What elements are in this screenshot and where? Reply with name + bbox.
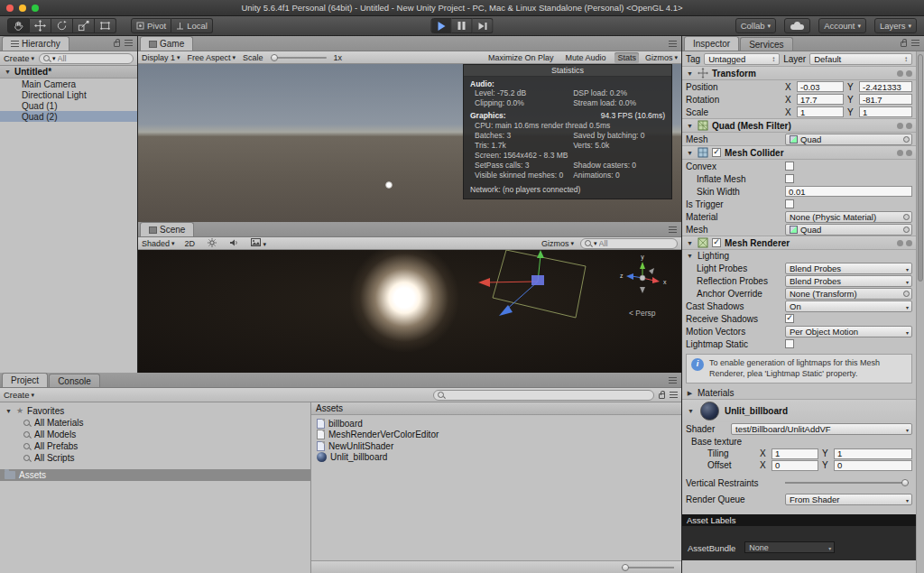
- render-queue-dropdown[interactable]: From Shader ▾: [785, 494, 912, 505]
- mesh-renderer-header[interactable]: ▼ ✓ Mesh Renderer: [682, 236, 916, 250]
- asset-unlit-billboard[interactable]: Unlit_billboard: [311, 452, 681, 464]
- hierarchy-create-button[interactable]: Create ▾: [4, 53, 34, 63]
- motion-vectors-dropdown[interactable]: Per Object Motion ▾: [785, 326, 912, 337]
- zoom-window-button[interactable]: [32, 5, 39, 12]
- rotate-tool-button[interactable]: [51, 18, 73, 33]
- scene-viewport[interactable]: y x z < Persp: [138, 250, 681, 373]
- scale-y-field[interactable]: 1: [859, 106, 912, 117]
- reflection-probes-dropdown[interactable]: Blend Probes ▾: [785, 275, 912, 287]
- foldout-closed-icon[interactable]: ▶: [686, 390, 694, 397]
- object-picker-icon[interactable]: [903, 136, 910, 143]
- foldout-open-icon[interactable]: ▼: [686, 253, 694, 259]
- step-button[interactable]: [473, 18, 494, 33]
- skin-width-field[interactable]: 0.01: [785, 186, 912, 197]
- receive-shadows-checkbox[interactable]: ✓: [785, 314, 794, 323]
- tab-game[interactable]: Game: [140, 36, 193, 51]
- object-picker-icon[interactable]: [903, 226, 910, 233]
- project-searchbox[interactable]: [433, 390, 654, 401]
- mesh-filter-header[interactable]: ▼ Quad (Mesh Filter): [682, 118, 916, 133]
- search-filter-caret-icon[interactable]: ▾: [594, 240, 597, 246]
- scene-orientation-gizmo[interactable]: y x z: [620, 254, 667, 293]
- help-icon[interactable]: [897, 70, 903, 77]
- shading-mode-dropdown[interactable]: Shaded ▾: [142, 239, 175, 248]
- anchor-override-field[interactable]: None (Transform): [785, 288, 912, 300]
- gear-icon[interactable]: [906, 123, 912, 129]
- asset-labels-header[interactable]: Asset Labels: [682, 514, 916, 526]
- offset-x-field[interactable]: 0: [772, 460, 818, 471]
- inflate-mesh-checkbox[interactable]: [785, 174, 794, 183]
- mesh-collider-header[interactable]: ▼ ✓ Mesh Collider: [682, 145, 916, 160]
- foldout-open-icon[interactable]: ▼: [686, 240, 694, 246]
- local-toggle-button[interactable]: Local: [171, 18, 213, 33]
- cloud-button[interactable]: [784, 18, 810, 33]
- tag-dropdown[interactable]: Untagged ↕: [704, 53, 780, 65]
- position-x-field[interactable]: -0.03: [797, 81, 844, 92]
- help-icon[interactable]: [897, 240, 903, 246]
- tiling-y-field[interactable]: 1: [834, 448, 912, 459]
- 2d-toggle[interactable]: 2D: [182, 238, 199, 249]
- hierarchy-search-input[interactable]: [58, 54, 129, 63]
- physic-material-field[interactable]: None (Physic Material): [785, 211, 912, 223]
- game-scale-slider[interactable]: [271, 57, 327, 59]
- hand-tool-button[interactable]: [7, 18, 30, 33]
- gizmo-center-handle[interactable]: [531, 275, 544, 285]
- materials-foldout-row[interactable]: ▶ Materials: [682, 387, 916, 399]
- slider-knob[interactable]: [901, 479, 909, 486]
- thumbnail-zoom-slider[interactable]: [622, 567, 674, 568]
- audio-toggle[interactable]: [226, 237, 241, 250]
- aspect-dropdown[interactable]: Free Aspect ▾: [188, 53, 236, 62]
- pane-menu-icon[interactable]: [670, 392, 678, 398]
- lock-icon[interactable]: [114, 42, 120, 47]
- pause-button[interactable]: [452, 18, 473, 33]
- layer-dropdown[interactable]: Default ↕: [809, 53, 912, 65]
- asset-newunlitshader[interactable]: NewUnlitShader: [311, 440, 681, 452]
- gear-icon[interactable]: [906, 70, 912, 77]
- object-picker-icon[interactable]: [903, 214, 910, 220]
- vertical-restraints-slider[interactable]: [785, 482, 909, 484]
- tiling-x-field[interactable]: 1: [772, 448, 818, 459]
- maximize-on-play-toggle[interactable]: Maximize On Play: [485, 52, 557, 63]
- gizmo-x-cone[interactable]: [478, 278, 490, 287]
- scrollbar-thumb[interactable]: [918, 54, 923, 282]
- scale-x-field[interactable]: 1: [797, 106, 844, 117]
- light-probes-dropdown[interactable]: Blend Probes ▾: [785, 263, 912, 274]
- project-create-button[interactable]: Create ▾: [4, 390, 34, 400]
- zoom-slider-knob[interactable]: [622, 564, 629, 571]
- account-dropdown[interactable]: Account▾: [818, 18, 866, 33]
- gizmo-x-axis[interactable]: [485, 282, 538, 282]
- scale-slider-knob[interactable]: [271, 54, 278, 61]
- tab-hierarchy[interactable]: Hierarchy: [2, 36, 69, 51]
- mute-audio-toggle[interactable]: Mute Audio: [562, 52, 608, 63]
- foldout-open-icon[interactable]: ▼: [686, 150, 694, 156]
- mesh-object-field[interactable]: Quad: [785, 134, 912, 145]
- material-header[interactable]: ▼ Unlit_billboard: [682, 399, 916, 422]
- pane-menu-icon[interactable]: [669, 377, 677, 384]
- lightmap-static-checkbox[interactable]: [785, 339, 794, 348]
- layers-dropdown[interactable]: Layers▾: [874, 18, 917, 33]
- offset-y-field[interactable]: 0: [834, 460, 912, 471]
- pane-menu-icon[interactable]: [911, 40, 919, 46]
- play-button[interactable]: [431, 18, 452, 33]
- favorite-all-materials[interactable]: All Materials: [0, 417, 310, 429]
- pivot-toggle-button[interactable]: Pivot: [131, 18, 171, 33]
- assets-folder-row[interactable]: Assets: [0, 469, 310, 481]
- favorite-all-prefabs[interactable]: All Prefabs: [0, 440, 310, 452]
- lock-icon[interactable]: [901, 42, 907, 47]
- gear-icon[interactable]: [906, 240, 912, 246]
- pane-menu-icon[interactable]: [669, 226, 677, 233]
- foldout-open-icon[interactable]: ▼: [687, 408, 695, 414]
- move-tool-button[interactable]: [30, 18, 51, 33]
- asset-billboard[interactable]: billboard: [311, 418, 681, 430]
- position-y-field[interactable]: -2.421333: [859, 81, 912, 92]
- hierarchy-item-main-camera[interactable]: Main Camera: [0, 79, 137, 89]
- foldout-open-icon[interactable]: ▼: [686, 123, 694, 129]
- object-picker-icon[interactable]: [903, 291, 910, 297]
- lighting-toggle[interactable]: [205, 237, 219, 250]
- transform-header[interactable]: ▼ Transform: [682, 66, 916, 80]
- assetbundle-dropdown[interactable]: None ▾: [744, 541, 835, 553]
- mesh-collider-enabled-checkbox[interactable]: ✓: [712, 148, 721, 157]
- mesh-renderer-enabled-checkbox[interactable]: ✓: [712, 238, 721, 247]
- search-filter-caret-icon[interactable]: ▾: [52, 55, 56, 61]
- effects-dropdown[interactable]: ▾: [248, 237, 269, 249]
- minimize-window-button[interactable]: [19, 5, 26, 12]
